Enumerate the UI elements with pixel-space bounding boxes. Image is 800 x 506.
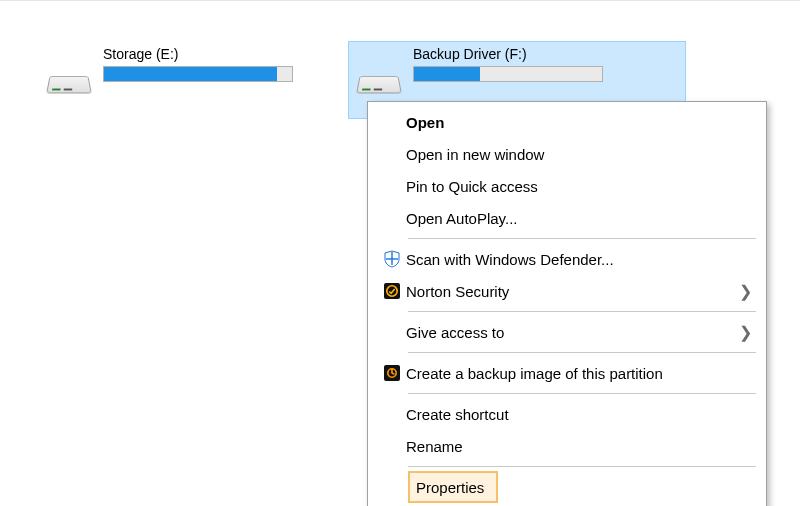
submenu-arrow-icon: ❯	[739, 282, 752, 301]
menu-label: Scan with Windows Defender...	[406, 251, 752, 268]
menu-label: Open AutoPlay...	[406, 210, 752, 227]
defender-shield-icon	[378, 249, 406, 269]
menu-label: Open in new window	[406, 146, 752, 163]
explorer-pane[interactable]: Storage (E:) Backup Driver (F:) Open Ope…	[0, 0, 800, 506]
drive-label: Backup Driver (F:)	[413, 46, 603, 62]
drive-subtext	[103, 86, 293, 100]
capacity-fill	[104, 67, 277, 81]
drive-label: Storage (E:)	[103, 46, 293, 62]
capacity-fill	[414, 67, 480, 81]
menu-label: Rename	[406, 438, 752, 455]
drive-subtext	[413, 86, 603, 100]
menu-label: Pin to Quick access	[406, 178, 752, 195]
menu-open[interactable]: Open	[368, 106, 766, 138]
blank-icon	[378, 112, 406, 132]
menu-separator	[408, 393, 756, 394]
menu-separator	[408, 466, 756, 467]
menu-norton-security[interactable]: Norton Security ❯	[368, 275, 766, 307]
menu-open-new-window[interactable]: Open in new window	[368, 138, 766, 170]
menu-windows-defender-scan[interactable]: Scan with Windows Defender...	[368, 243, 766, 275]
blank-icon	[378, 404, 406, 424]
menu-label: Give access to	[406, 324, 739, 341]
blank-icon	[378, 176, 406, 196]
norton-icon	[378, 281, 406, 301]
blank-icon	[378, 436, 406, 456]
blank-icon	[378, 322, 406, 342]
menu-label: Properties	[416, 479, 484, 496]
drive-context-menu: Open Open in new window Pin to Quick acc…	[367, 101, 767, 506]
menu-pin-quick-access[interactable]: Pin to Quick access	[368, 170, 766, 202]
menu-separator	[408, 238, 756, 239]
menu-label: Create a backup image of this partition	[406, 365, 752, 382]
svg-rect-1	[386, 258, 398, 259]
menu-separator	[408, 311, 756, 312]
menu-separator	[408, 352, 756, 353]
menu-rename[interactable]: Rename	[368, 430, 766, 462]
menu-label: Open	[406, 114, 752, 131]
menu-create-shortcut[interactable]: Create shortcut	[368, 398, 766, 430]
menu-label: Create shortcut	[406, 406, 752, 423]
menu-create-backup-image[interactable]: Create a backup image of this partition	[368, 357, 766, 389]
menu-open-autoplay[interactable]: Open AutoPlay...	[368, 202, 766, 234]
menu-properties[interactable]: Properties	[408, 471, 498, 503]
capacity-bar	[103, 66, 293, 82]
submenu-arrow-icon: ❯	[739, 323, 752, 342]
blank-icon	[378, 144, 406, 164]
backup-icon	[378, 363, 406, 383]
menu-give-access-to[interactable]: Give access to ❯	[368, 316, 766, 348]
hard-drive-icon	[45, 62, 93, 110]
blank-icon	[378, 208, 406, 228]
drive-storage-e[interactable]: Storage (E:)	[38, 41, 300, 119]
capacity-bar	[413, 66, 603, 82]
menu-label: Norton Security	[406, 283, 739, 300]
